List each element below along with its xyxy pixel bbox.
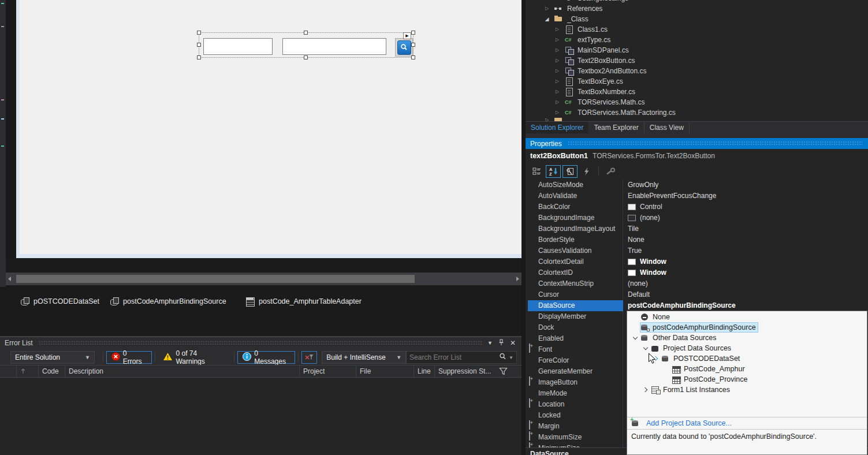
search-icon[interactable] [499, 353, 506, 362]
tray-component[interactable]: postCodeAmphurBindingSource [110, 295, 226, 308]
tool-window-tab[interactable]: Class View [645, 122, 690, 133]
selection-handle[interactable] [411, 43, 415, 47]
property-row[interactable]: ColortextID Window [526, 267, 868, 278]
chevron-down-icon[interactable]: ▼ [509, 355, 513, 360]
designer-textbox-1[interactable] [203, 38, 273, 55]
warnings-filter-button[interactable]: 0 of 74 Warnings [158, 351, 231, 364]
column-header[interactable]: File [356, 366, 413, 377]
expand-box-icon[interactable] [529, 344, 530, 353]
tree-item[interactable]: TextBoxEye.cs [526, 76, 868, 87]
tool-window-tab[interactable]: Team Explorer [588, 122, 644, 133]
scroll-right-icon[interactable] [516, 277, 519, 281]
property-pages-icon[interactable] [603, 165, 618, 178]
datasource-tree-item[interactable]: Project Data Sources [627, 343, 867, 353]
selection-handle[interactable] [197, 31, 201, 35]
column-header[interactable]: Description [65, 366, 299, 377]
column-header[interactable]: Line [413, 366, 434, 377]
tree-item[interactable]: TORServices.Math.cs [526, 97, 868, 107]
designer-search-button[interactable] [395, 38, 413, 57]
column-header[interactable] [16, 366, 38, 377]
datasource-tree-item[interactable]: postCodeAmphurBindingSource [627, 322, 867, 333]
error-list-content[interactable] [0, 378, 521, 455]
property-row[interactable]: ContextMenuStrip (none) [526, 278, 868, 289]
tree-expander-icon[interactable] [631, 333, 640, 342]
pin-icon[interactable] [498, 339, 504, 348]
expand-box-icon[interactable] [529, 376, 530, 386]
property-row[interactable]: BackgroundImageLayout Tile [526, 223, 868, 234]
scrollbar-thumb[interactable] [16, 275, 415, 283]
datasource-tree-item[interactable]: PostCode_Amphur [627, 364, 867, 374]
selection-handle[interactable] [411, 31, 415, 35]
source-dropdown[interactable]: Build + IntelliSense ▼ [322, 351, 406, 364]
panel-splitter[interactable] [526, 133, 868, 138]
tree-expander-icon[interactable] [662, 364, 671, 374]
errors-filter-button[interactable]: 0 Errors [106, 351, 152, 364]
property-row[interactable]: AutoSizeMode GrowOnly [526, 180, 868, 191]
datasource-tree-item[interactable]: Other Data Sources [627, 333, 867, 343]
column-header[interactable]: Code [38, 366, 65, 377]
clear-filters-button[interactable] [301, 351, 317, 364]
selection-handle[interactable] [304, 55, 308, 59]
tree-expander-icon[interactable] [553, 45, 561, 55]
tool-window-tab[interactable]: Solution Explorer [526, 122, 588, 133]
property-row[interactable]: AutoValidate EnablePreventFocusChange [526, 191, 868, 202]
tree-expander-icon[interactable] [543, 3, 551, 14]
datasource-tree-item[interactable]: PostCode_Province [627, 374, 867, 385]
tree-expander-icon[interactable] [662, 375, 671, 384]
tray-component[interactable]: postCode_AmphurTableAdapter [245, 295, 362, 308]
property-row[interactable]: DataSource postCodeAmphurBindingSource [526, 300, 868, 311]
smart-tag-button[interactable]: ▶ [403, 32, 411, 39]
filter-funnel-icon[interactable] [496, 366, 508, 377]
add-data-source-link[interactable]: Add Project Data Source... [646, 419, 732, 427]
search-input[interactable] [409, 353, 499, 361]
expand-box-icon[interactable] [529, 398, 530, 408]
tray-component[interactable]: pOSTCODEDataSet [20, 295, 99, 308]
scroll-left-icon[interactable] [8, 277, 11, 281]
tree-expander-icon[interactable] [553, 87, 561, 97]
scope-dropdown[interactable]: Entire Solution ▼ [10, 351, 95, 364]
selection-handle[interactable] [197, 55, 201, 59]
tree-expander-icon[interactable] [641, 385, 650, 394]
column-header[interactable]: Project [299, 366, 356, 377]
properties-view-icon[interactable] [562, 165, 578, 178]
expand-box-icon[interactable] [529, 431, 530, 441]
property-row[interactable]: BackColor Control [526, 202, 868, 212]
tree-expander-icon[interactable] [631, 323, 640, 332]
properties-titlebar[interactable]: Properties [526, 138, 868, 149]
datasource-tree-item[interactable]: Form1 List Instances [627, 385, 867, 395]
tree-item[interactable]: TORServices.Math.Factoring.cs [526, 107, 868, 118]
property-row[interactable]: ColortextDetail Window [526, 256, 868, 267]
categorized-icon[interactable] [529, 165, 544, 178]
error-search-box[interactable]: ▼ [406, 351, 517, 364]
property-row[interactable]: CausesValidation True [526, 245, 868, 256]
tree-item[interactable]: extType.cs [526, 35, 868, 45]
selected-object-row[interactable]: text2BoxButton1TORServices.FormsTor.Text… [526, 149, 868, 163]
tree-expander-icon[interactable] [553, 0, 561, 3]
messages-filter-button[interactable]: 0 Messages [237, 351, 295, 364]
tree-item[interactable]: Text2BoxButton.cs [526, 55, 868, 66]
property-row[interactable]: BorderStyle None [526, 234, 868, 245]
tree-expander-icon[interactable] [553, 55, 561, 66]
tree-item[interactable]: _Class [526, 14, 868, 24]
selection-handle[interactable] [197, 43, 201, 47]
close-icon[interactable]: ✕ [510, 339, 516, 347]
expand-box-icon[interactable] [529, 420, 530, 430]
tree-expander-icon[interactable] [553, 107, 561, 118]
tree-expander-icon[interactable] [553, 76, 561, 87]
designer-textbox-2[interactable] [282, 38, 386, 55]
datasource-tree-item[interactable]: POSTCODEDataSet [627, 353, 867, 364]
tree-item[interactable]: References [526, 3, 868, 14]
window-position-icon[interactable]: ▼ [487, 340, 493, 346]
tree-expander-icon[interactable] [553, 35, 561, 45]
tree-item[interactable]: Textbox2AndButton.cs [526, 66, 868, 76]
events-icon[interactable] [579, 165, 594, 178]
tree-expander-icon[interactable] [553, 24, 561, 35]
add-data-source-row[interactable]: + Add Project Data Source... [627, 417, 867, 430]
column-header[interactable]: Suppression St... [434, 366, 492, 377]
selection-handle[interactable] [411, 55, 415, 59]
tree-item[interactable]: TextBoxNumber.cs [526, 87, 868, 97]
tree-expander-icon[interactable] [631, 312, 640, 322]
property-row[interactable]: Cursor Default [526, 289, 868, 300]
tree-expander-icon[interactable] [543, 14, 551, 24]
datasource-tree-item[interactable]: None [627, 312, 867, 322]
